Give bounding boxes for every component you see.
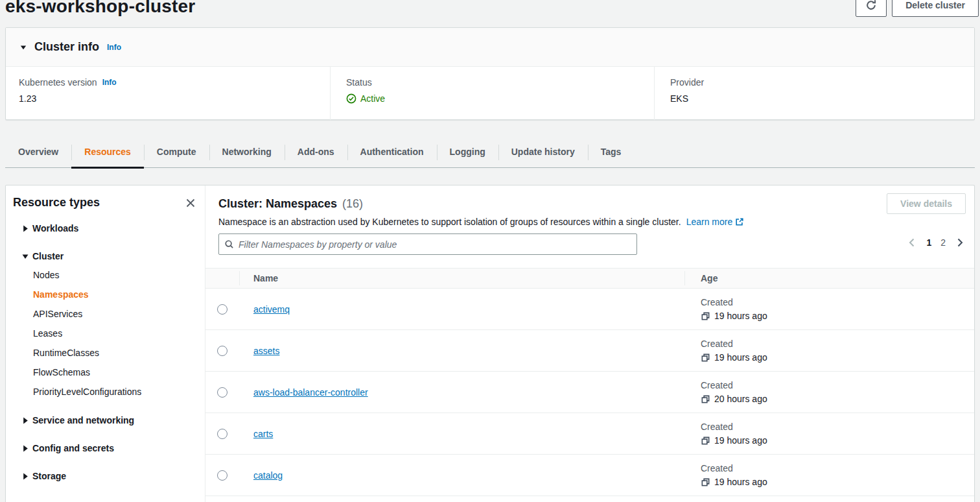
age-value: 19 hours ago xyxy=(714,477,767,487)
table-row: aws-load-balancer-controller Created 20 … xyxy=(205,372,974,413)
column-header-name: Name xyxy=(253,273,278,283)
tab-add-ons[interactable]: Add-ons xyxy=(285,137,347,167)
sidebar-group-storage[interactable]: Storage xyxy=(13,467,197,485)
delete-cluster-button[interactable]: Delete cluster xyxy=(892,0,979,17)
header-actions: Delete cluster xyxy=(856,0,979,17)
tab-logging[interactable]: Logging xyxy=(437,137,498,167)
row-radio-button[interactable] xyxy=(217,429,228,439)
sidebar-group-config-and-secrets[interactable]: Config and secrets xyxy=(13,439,197,457)
namespace-link[interactable]: carts xyxy=(253,429,273,439)
resource-types-sidebar: Resource types Workloads Cluster xyxy=(6,185,205,502)
sidebar-item-nodes[interactable]: Nodes xyxy=(33,265,197,285)
close-sidebar-button[interactable] xyxy=(184,197,197,209)
view-details-button[interactable]: View details xyxy=(887,193,966,214)
row-radio-button[interactable] xyxy=(217,304,228,315)
page-number-1[interactable]: 1 xyxy=(926,237,931,248)
learn-more-link[interactable]: Learn more xyxy=(686,217,745,227)
sidebar-group-workloads[interactable]: Workloads xyxy=(13,219,197,237)
namespaces-panel: Cluster: Namespaces (16) View details Na… xyxy=(205,185,974,502)
tab-overview[interactable]: Overview xyxy=(5,137,71,167)
row-radio-button[interactable] xyxy=(217,470,228,481)
age-value: 19 hours ago xyxy=(714,311,767,321)
cluster-info-title: Cluster info xyxy=(34,40,99,54)
provider-label: Provider xyxy=(670,77,704,88)
tab-networking[interactable]: Networking xyxy=(209,137,285,167)
tab-tags[interactable]: Tags xyxy=(588,137,635,167)
sidebar-item-apiservices[interactable]: APIServices xyxy=(33,304,197,324)
kubernetes-version-label: Kubernetes version xyxy=(19,77,97,88)
cluster-info-header[interactable]: Cluster info Info xyxy=(6,28,974,67)
sidebar-group-cluster[interactable]: Cluster xyxy=(13,247,197,265)
age-value: 20 hours ago xyxy=(714,394,767,404)
sidebar-item-runtimeclasses[interactable]: RuntimeClasses xyxy=(33,343,197,363)
table-row: carts Created 19 hours ago xyxy=(205,413,974,455)
status-check-icon xyxy=(346,93,356,104)
eks-cluster-page: eks-workshop-cluster Delete cluster Clus… xyxy=(0,0,980,502)
copy-icon[interactable] xyxy=(701,477,710,487)
resources-card: Resource types Workloads Cluster xyxy=(5,185,975,502)
row-radio-button[interactable] xyxy=(217,346,228,356)
namespaces-table: Name Age activemq Created xyxy=(205,268,974,496)
caret-right-icon xyxy=(22,225,29,232)
filter-namespaces-input[interactable] xyxy=(239,239,631,250)
table-row: catalog Created 19 hours ago xyxy=(205,455,974,496)
sidebar-group-service-and-networking[interactable]: Service and networking xyxy=(13,411,197,429)
field-kubernetes-version: Kubernetes version Info 1.23 xyxy=(6,67,330,120)
page-number-2[interactable]: 2 xyxy=(940,237,946,248)
field-status: Status Active xyxy=(330,67,654,120)
panel-count: (16) xyxy=(342,197,363,211)
namespace-link[interactable]: assets xyxy=(253,346,279,356)
chevron-right-icon xyxy=(955,237,965,248)
created-label: Created xyxy=(701,422,974,432)
copy-icon[interactable] xyxy=(701,394,710,404)
copy-icon[interactable] xyxy=(701,353,710,363)
sidebar-item-prioritylevelconfigurations[interactable]: PriorityLevelConfigurations xyxy=(33,382,197,401)
collapse-caret-down-icon[interactable] xyxy=(20,44,27,51)
copy-icon[interactable] xyxy=(701,436,710,446)
filter-box xyxy=(218,233,637,255)
status-value: Active xyxy=(360,93,385,104)
next-page-button[interactable] xyxy=(955,237,965,248)
chevron-left-icon xyxy=(907,237,917,248)
sidebar-item-flowschemas[interactable]: FlowSchemas xyxy=(33,363,197,382)
namespace-link[interactable]: aws-load-balancer-controller xyxy=(253,387,368,398)
cluster-info-info-link[interactable]: Info xyxy=(107,43,121,52)
created-label: Created xyxy=(701,297,974,307)
caret-down-icon xyxy=(22,254,29,259)
page-title: eks-workshop-cluster xyxy=(5,0,195,17)
kubernetes-version-info-link[interactable]: Info xyxy=(102,78,117,87)
age-value: 19 hours ago xyxy=(714,352,767,363)
sidebar-item-leases[interactable]: Leases xyxy=(33,324,197,343)
namespace-link[interactable]: catalog xyxy=(253,470,283,481)
resource-types-title: Resource types xyxy=(13,196,100,209)
table-row: activemq Created 19 hours ago xyxy=(205,289,974,330)
status-badge: Active xyxy=(346,93,654,104)
cluster-group-items: Nodes Namespaces APIServices Leases Runt… xyxy=(13,265,197,401)
external-link-icon xyxy=(735,217,744,226)
table-row: assets Created 19 hours ago xyxy=(205,330,974,372)
pagination: 1 2 xyxy=(907,237,965,248)
sidebar-item-namespaces[interactable]: Namespaces xyxy=(33,285,197,304)
field-provider: Provider EKS xyxy=(654,67,974,120)
caret-right-icon xyxy=(22,417,29,424)
close-icon xyxy=(185,198,196,208)
page-header: eks-workshop-cluster Delete cluster xyxy=(0,0,980,27)
provider-value: EKS xyxy=(670,93,974,104)
refresh-button[interactable] xyxy=(856,0,887,17)
table-header-row: Name Age xyxy=(205,268,974,289)
search-icon xyxy=(224,239,234,249)
previous-page-button[interactable] xyxy=(907,237,917,248)
created-label: Created xyxy=(701,339,974,349)
namespace-link[interactable]: activemq xyxy=(253,304,290,315)
tab-authentication[interactable]: Authentication xyxy=(347,137,437,167)
copy-icon[interactable] xyxy=(701,311,710,321)
caret-right-icon xyxy=(22,445,29,452)
row-radio-button[interactable] xyxy=(217,387,228,398)
refresh-icon xyxy=(865,0,877,11)
panel-title: Cluster: Namespaces xyxy=(218,197,337,211)
tab-update-history[interactable]: Update history xyxy=(498,137,588,167)
panel-description: Namespace is an abstraction used by Kube… xyxy=(218,217,681,227)
tab-compute[interactable]: Compute xyxy=(144,137,209,167)
age-value: 19 hours ago xyxy=(714,435,767,446)
tab-resources[interactable]: Resources xyxy=(71,137,144,167)
